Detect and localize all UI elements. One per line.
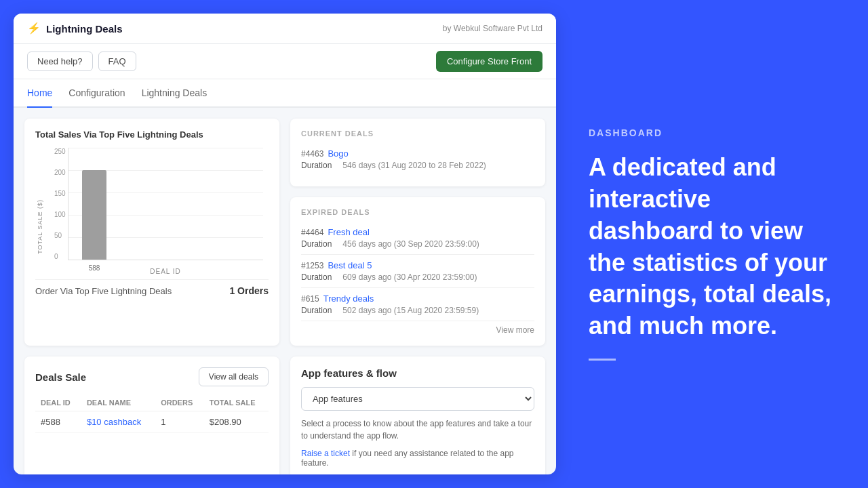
marketing-heading: A dedicated and interactive dashboard to… xyxy=(589,152,835,342)
app-title: Lightning Deals xyxy=(46,23,123,35)
chart-card: Total Sales Via Top Five Lightning Deals… xyxy=(24,119,279,346)
current-deal-duration-label: Duration xyxy=(301,161,332,170)
col-deal-id: DEAL ID xyxy=(35,394,81,411)
nav-tabs: Home Configuration Lightning Deals xyxy=(14,79,556,108)
expired-deal-name-1[interactable]: Best deal 5 xyxy=(328,260,372,270)
bar-588: 588 xyxy=(82,170,106,260)
current-deal-id: #4463 xyxy=(301,149,323,159)
content-area: Total Sales Via Top Five Lightning Deals… xyxy=(14,108,556,474)
raise-ticket-text: Raise a ticket if you need any assistanc… xyxy=(301,449,534,468)
deals-table: DEAL ID DEAL NAME ORDERS TOTAL SALE #588… xyxy=(35,394,269,433)
marketing-panel: DASHBOARD A dedicated and interactive da… xyxy=(556,0,868,488)
y-tick-150: 150 xyxy=(54,190,66,197)
expired-deal-name-0[interactable]: Fresh deal xyxy=(328,227,369,237)
y-tick-50: 50 xyxy=(54,232,66,239)
y-tick-100: 100 xyxy=(54,211,66,218)
expired-deal-item-2: #615 Trendy deals Duration 502 days ago … xyxy=(301,288,534,321)
deals-sale-title: Deals Sale xyxy=(35,371,86,383)
app-features-card: App features & flow App features App flo… xyxy=(290,357,545,474)
expired-deal-name-2[interactable]: Trendy deals xyxy=(323,293,374,304)
app-title-area: ⚡ Lightning Deals xyxy=(27,22,123,35)
orders-row: Order Via Top Five Lightning Deals 1 Ord… xyxy=(35,279,269,296)
y-tick-250: 250 xyxy=(54,148,66,155)
app-features-select[interactable]: App features App flow Setup guide xyxy=(301,387,534,411)
expired-duration-label-2: Duration xyxy=(301,306,332,315)
expired-duration-label-1: Duration xyxy=(301,272,332,282)
expired-deals-label: EXPIRED DEALS xyxy=(301,208,534,216)
row-total-sale: $208.90 xyxy=(204,411,269,433)
col-deal-name: DEAL NAME xyxy=(81,394,155,411)
col-total-sale: TOTAL SALE xyxy=(204,394,269,411)
chart-title: Total Sales Via Top Five Lightning Deals xyxy=(35,129,269,140)
current-deal-item: #4463 Bogo Duration 546 days (31 Aug 202… xyxy=(301,143,534,176)
expired-duration-value-1: 609 days ago (30 Apr 2020 23:59:00) xyxy=(342,272,477,282)
orders-label: Order Via Top Five Lightning Deals xyxy=(35,286,172,296)
expired-duration-label-0: Duration xyxy=(301,239,332,249)
current-deals-card: CURRENT DEALS #4463 Bogo Duration 546 da… xyxy=(290,119,545,186)
app-icon: ⚡ xyxy=(27,22,41,35)
expired-deal-id-1: #1253 xyxy=(301,261,323,270)
app-window: ⚡ Lightning Deals by Webkul Software Pvt… xyxy=(14,14,556,474)
y-tick-0: 0 xyxy=(54,253,66,260)
deals-sale-card: Deals Sale View all deals DEAL ID DEAL N… xyxy=(24,357,279,474)
faq-button[interactable]: FAQ xyxy=(98,52,136,71)
y-axis: 250 200 150 100 50 0 xyxy=(54,148,66,260)
expired-deal-item-1: #1253 Best deal 5 Duration 609 days ago … xyxy=(301,255,534,288)
expired-duration-value-0: 456 days ago (30 Sep 2020 23:59:00) xyxy=(342,239,479,249)
row-deal-name[interactable]: $10 cashback xyxy=(87,417,141,427)
expired-duration-value-2: 502 days ago (15 Aug 2020 23:59:59) xyxy=(342,306,479,315)
col-orders: ORDERS xyxy=(155,394,204,411)
toolbar: Need help? FAQ Configure Store Front xyxy=(14,44,556,79)
raise-ticket-link[interactable]: Raise a ticket xyxy=(301,449,350,458)
view-all-deals-button[interactable]: View all deals xyxy=(199,367,269,386)
divider-line xyxy=(589,359,616,361)
expired-deals-card: EXPIRED DEALS #4464 Fresh deal Duration … xyxy=(290,197,545,346)
toolbar-left: Need help? FAQ xyxy=(27,52,136,71)
need-help-button[interactable]: Need help? xyxy=(27,52,93,71)
expired-deal-id-2: #615 xyxy=(301,294,319,304)
view-more-button[interactable]: View more xyxy=(301,321,534,335)
tab-home[interactable]: Home xyxy=(27,79,52,108)
y-axis-label: TOTAL SALE ($) xyxy=(37,199,43,254)
right-cards-wrapper: CURRENT DEALS #4463 Bogo Duration 546 da… xyxy=(290,119,545,346)
expired-deal-item-0: #4464 Fresh deal Duration 456 days ago (… xyxy=(301,222,534,255)
expired-deal-id-0: #4464 xyxy=(301,228,323,237)
current-deal-duration-value: 546 days (31 Aug 2020 to 28 Feb 2022) xyxy=(342,161,486,170)
chart-bars-area: 588 xyxy=(68,148,263,260)
app-features-title: App features & flow xyxy=(301,367,534,379)
by-text: by Webkul Software Pvt Ltd xyxy=(443,24,542,33)
tab-lightning-deals[interactable]: Lightning Deals xyxy=(142,79,208,108)
configure-store-button[interactable]: Configure Store Front xyxy=(436,51,542,72)
y-tick-200: 200 xyxy=(54,169,66,176)
row-deal-id: #588 xyxy=(35,411,81,433)
orders-count: 1 Orders xyxy=(229,285,269,296)
current-deals-label: CURRENT DEALS xyxy=(301,129,534,138)
table-row: #588 $10 cashback 1 $208.90 xyxy=(35,411,269,433)
app-features-description: Select a process to know about the app f… xyxy=(301,418,534,442)
dashboard-label: DASHBOARD xyxy=(589,127,835,138)
window-header: ⚡ Lightning Deals by Webkul Software Pvt… xyxy=(14,14,556,44)
current-deal-name[interactable]: Bogo xyxy=(328,148,348,159)
row-orders: 1 xyxy=(155,411,204,433)
tab-configuration[interactable]: Configuration xyxy=(68,79,125,108)
x-axis-label: DEAL ID xyxy=(68,268,263,275)
deals-sale-header: Deals Sale View all deals xyxy=(35,367,269,386)
